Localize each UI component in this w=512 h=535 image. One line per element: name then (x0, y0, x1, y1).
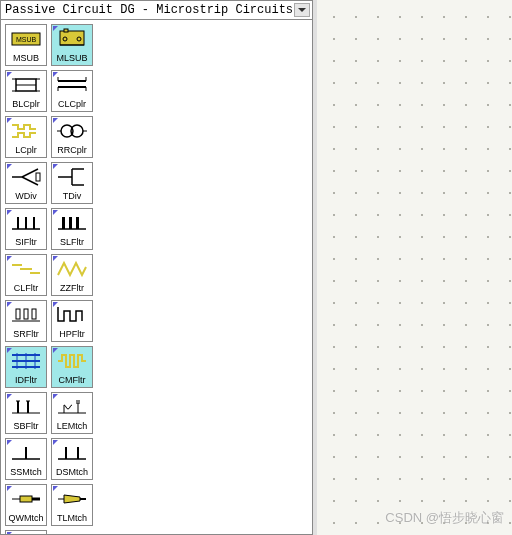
component-lemtch[interactable]: LEMtch (51, 392, 93, 434)
component-rrcplr[interactable]: RRCplr (51, 116, 93, 158)
rrcplr-icon (53, 118, 91, 144)
palette-row: MSUBMSUBMLSUB (5, 24, 308, 66)
hpfltr-icon (53, 302, 91, 328)
svg-rect-45 (32, 309, 36, 319)
category-dropdown[interactable]: Passive Circuit DG - Microstrip Circuits (0, 0, 313, 20)
msub-icon: MSUB (7, 26, 45, 52)
svg-rect-37 (69, 217, 72, 229)
palette-row: SSMtchDSMtch (5, 438, 308, 480)
lcplr-icon (7, 118, 45, 144)
svg-rect-26 (36, 173, 40, 181)
component-mlsub[interactable]: MLSUB (51, 24, 93, 66)
clcplr-icon (53, 72, 91, 98)
sbfltr-icon (7, 394, 45, 420)
component-label: MSUB (13, 52, 39, 64)
lemtch-icon (53, 394, 91, 420)
component-clcplr[interactable]: CLCplr (51, 70, 93, 112)
component-label: CMFltr (59, 374, 86, 386)
component-slfltr[interactable]: SLFltr (51, 208, 93, 250)
component-lcplr[interactable]: LCplr (5, 116, 47, 158)
palette-row: IDFltrCMFltr (5, 346, 308, 388)
palette-row: QWMtchTLMtch (5, 484, 308, 526)
dropdown-selected-text: Passive Circuit DG - Microstrip Circuits (5, 3, 293, 17)
palette-row: SRFltrHPFltr (5, 300, 308, 342)
component-label: SSMtch (10, 466, 42, 478)
component-blcplr[interactable]: BLCplr (5, 70, 47, 112)
component-sbfltr[interactable]: SBFltr (5, 392, 47, 434)
svg-marker-70 (64, 495, 80, 503)
ssmtch-icon (7, 440, 45, 466)
component-srfltr[interactable]: SRFltr (5, 300, 47, 342)
palette-row: RAtten (5, 530, 308, 535)
svg-rect-3 (64, 29, 68, 32)
component-label: SLFltr (60, 236, 84, 248)
svg-rect-67 (20, 496, 32, 502)
component-label: LCplr (15, 144, 37, 156)
qwmtch-icon (7, 486, 45, 512)
idfltr-icon (7, 348, 45, 374)
component-label: BLCplr (12, 98, 40, 110)
component-label: DSMtch (56, 466, 88, 478)
svg-rect-44 (24, 309, 28, 319)
srfltr-icon (7, 302, 45, 328)
component-qwmtch[interactable]: QWMtch (5, 484, 47, 526)
chevron-down-icon[interactable] (294, 3, 310, 17)
component-label: SIFltr (15, 236, 37, 248)
dsmtch-icon (53, 440, 91, 466)
component-hpfltr[interactable]: HPFltr (51, 300, 93, 342)
component-idfltr[interactable]: IDFltr (5, 346, 47, 388)
component-palette: MSUBMSUBMLSUBBLCplrCLCplrLCplrRRCplrWDiv… (0, 20, 313, 535)
component-sifltr[interactable]: SIFltr (5, 208, 47, 250)
palette-row: CLFltrZZFltr (5, 254, 308, 296)
component-tlmtch[interactable]: TLMtch (51, 484, 93, 526)
component-dsmtch[interactable]: DSMtch (51, 438, 93, 480)
component-label: WDiv (15, 190, 37, 202)
palette-row: SIFltrSLFltr (5, 208, 308, 250)
sifltr-icon (7, 210, 45, 236)
component-label: MLSUB (56, 52, 87, 64)
component-wdiv[interactable]: WDiv (5, 162, 47, 204)
tdiv-icon (53, 164, 91, 190)
component-label: ZZFltr (60, 282, 84, 294)
component-msub[interactable]: MSUBMSUB (5, 24, 47, 66)
component-zzfltr[interactable]: ZZFltr (51, 254, 93, 296)
component-label: CLCplr (58, 98, 86, 110)
svg-rect-43 (16, 309, 20, 319)
component-label: HPFltr (59, 328, 85, 340)
palette-row: BLCplrCLCplr (5, 70, 308, 112)
svg-rect-36 (62, 217, 65, 229)
svg-rect-38 (76, 217, 79, 229)
component-label: IDFltr (15, 374, 37, 386)
component-ssmtch[interactable]: SSMtch (5, 438, 47, 480)
schematic-canvas[interactable]: CSDN @悟步晓心窗 (313, 0, 512, 535)
clfltr-icon (7, 256, 45, 282)
component-ratten[interactable]: RAtten (5, 530, 47, 535)
component-tdiv[interactable]: TDiv (51, 162, 93, 204)
palette-row: WDivTDiv (5, 162, 308, 204)
palette-row: SBFltrLEMtch (5, 392, 308, 434)
component-label: QWMtch (9, 512, 44, 524)
component-label: SRFltr (13, 328, 39, 340)
watermark-text: CSDN @悟步晓心窗 (385, 509, 504, 527)
component-label: TLMtch (57, 512, 87, 524)
cmfltr-icon (53, 348, 91, 374)
component-label: LEMtch (57, 420, 88, 432)
svg-text:MSUB: MSUB (16, 36, 37, 43)
component-cmfltr[interactable]: CMFltr (51, 346, 93, 388)
palette-row: LCplrRRCplr (5, 116, 308, 158)
wdiv-icon (7, 164, 45, 190)
app-root: Passive Circuit DG - Microstrip Circuits… (0, 0, 512, 535)
component-clfltr[interactable]: CLFltr (5, 254, 47, 296)
component-label: SBFltr (13, 420, 38, 432)
component-label: TDiv (63, 190, 82, 202)
tlmtch-icon (53, 486, 91, 512)
component-palette-panel: Passive Circuit DG - Microstrip Circuits… (0, 0, 313, 535)
mlsub-icon (53, 26, 91, 52)
component-label: RRCplr (57, 144, 87, 156)
blcplr-icon (7, 72, 45, 98)
slfltr-icon (53, 210, 91, 236)
zzfltr-icon (53, 256, 91, 282)
component-label: CLFltr (14, 282, 39, 294)
